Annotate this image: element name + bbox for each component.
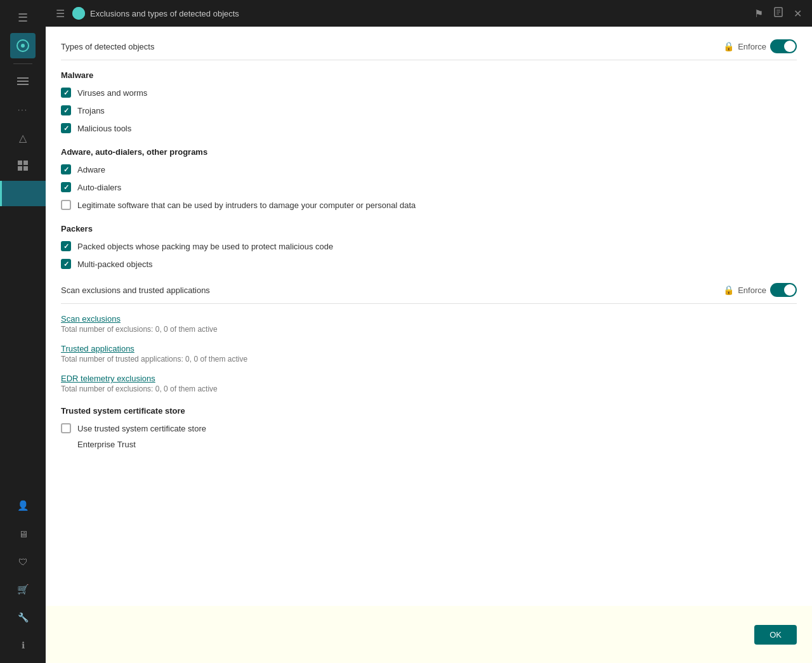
scroll-area: Types of detected objects 🔒 Enforce Malw… [46,27,812,606]
app-icon [72,7,85,20]
adware-section: Adware, auto-dialers, other programs Adw… [61,147,797,211]
wrench-sidebar-icon[interactable]: 🔧 [10,605,36,630]
lock-icon-2: 🔒 [723,285,734,295]
checkbox-viruses: Viruses and worms [61,86,797,99]
svg-rect-7 [18,166,22,171]
sidebar-divider-1 [13,63,32,64]
ok-button[interactable]: OK [754,625,797,645]
checkbox-multi-packed-label: Multi-packed objects [77,259,153,269]
packers-section: Packers Packed objects whose packing may… [61,224,797,270]
checkbox-legitimate-software-input[interactable] [61,200,71,210]
trusted-applications-link-item: Trusted applications Total number of tru… [61,344,797,364]
checkbox-multi-packed: Multi-packed objects [61,258,797,270]
malware-label: Malware [61,70,797,80]
title-bar-actions: ⚑ ✕ [752,4,804,22]
checkbox-legitimate-software: Legitimate software that can be used by … [61,199,797,211]
checkbox-packed-objects: Packed objects whose packing may be used… [61,240,797,253]
edr-telemetry-link-item: EDR telemetry exclusions Total number of… [61,374,797,393]
hamburger-icon[interactable]: ☰ [10,5,36,30]
svg-rect-3 [17,81,29,82]
checkbox-malicious-tools-label: Malicious tools [77,124,131,133]
device-sidebar-icon[interactable]: 🖥 [10,521,36,546]
types-enforce-label: Enforce [738,42,766,51]
checkbox-viruses-input[interactable] [61,88,71,98]
checkbox-trojans-input[interactable] [61,105,71,115]
flag-button[interactable]: ⚑ [752,5,766,22]
scan-exclusions-desc: Total number of exclusions: 0, 0 of them… [61,325,797,334]
adware-label: Adware, auto-dialers, other programs [61,147,797,157]
book-button[interactable] [771,4,786,22]
svg-point-10 [77,11,81,15]
trusted-applications-link[interactable]: Trusted applications [61,344,797,353]
scan-exclusions-link-item: Scan exclusions Total number of exclusio… [61,314,797,334]
checkbox-auto-dialers: Auto-dialers [61,181,797,194]
content-area: Types of detected objects 🔒 Enforce Malw… [46,27,812,663]
menu-button[interactable]: ☰ [53,5,67,22]
footer: OK [46,606,812,663]
checkbox-use-trusted-cert-label: Use trusted system certificate store [77,424,206,433]
svg-rect-2 [17,77,29,79]
lock-icon-1: 🔒 [723,41,734,51]
close-button[interactable]: ✕ [791,5,804,22]
sidebar-bottom: 👤 🖥 🛡 🛒 🔧 ℹ [10,493,36,658]
sidebar: ☰ ··· △ 👤 [0,0,46,663]
checkbox-use-trusted-cert: Use trusted system certificate store [61,422,797,435]
scan-enforce-area: 🔒 Enforce [723,283,797,297]
edr-telemetry-desc: Total number of exclusions: 0, 0 of them… [61,384,797,393]
checkbox-malicious-tools: Malicious tools [61,122,797,135]
svg-point-1 [21,44,25,48]
window-title: Exclusions and types of detected objects [90,9,747,18]
svg-rect-4 [17,84,29,85]
checkbox-trojans-label: Trojans [77,106,105,115]
trusted-cert-label: Trusted system certificate store [61,406,797,416]
types-detected-title: Types of detected objects [61,42,154,51]
dots-icon[interactable]: ··· [10,97,36,122]
grid-icon[interactable] [10,153,36,178]
shield-sidebar-icon[interactable]: 🛡 [10,549,36,574]
scan-exclusions-title: Scan exclusions and trusted applications [61,286,210,295]
user-sidebar-icon[interactable]: 👤 [10,493,36,518]
checkbox-trojans: Trojans [61,104,797,117]
active-section-icon[interactable] [0,181,46,206]
cart-sidebar-icon[interactable]: 🛒 [10,577,36,602]
checkbox-adware: Adware [61,163,797,176]
packers-label: Packers [61,224,797,233]
kaspersky-icon[interactable] [10,33,36,58]
sidebar-top: ☰ ··· △ [0,5,46,206]
scan-enforce-label: Enforce [738,286,766,295]
enterprise-trust-text: Enterprise Trust [77,440,797,449]
checkbox-packed-objects-input[interactable] [61,241,71,251]
svg-rect-8 [23,166,28,171]
svg-rect-5 [18,161,22,165]
warning-icon[interactable]: △ [10,125,36,150]
trusted-applications-desc: Total number of trusted applications: 0,… [61,355,797,364]
types-enforce-toggle[interactable] [770,39,797,53]
main-area: ☰ Exclusions and types of detected objec… [46,0,812,663]
types-detected-header: Types of detected objects 🔒 Enforce [61,39,797,60]
trusted-cert-section: Trusted system certificate store Use tru… [61,406,797,449]
scan-enforce-toggle[interactable] [770,283,797,297]
info-sidebar-icon[interactable]: ℹ [10,633,36,658]
checkbox-multi-packed-input[interactable] [61,259,71,269]
title-bar: ☰ Exclusions and types of detected objec… [46,0,812,27]
scan-exclusions-header: Scan exclusions and trusted applications… [61,283,797,304]
edr-telemetry-link[interactable]: EDR telemetry exclusions [61,374,797,383]
checkbox-adware-input[interactable] [61,164,71,174]
types-enforce-area: 🔒 Enforce [723,39,797,53]
checkbox-adware-label: Adware [77,165,105,174]
svg-rect-6 [23,161,28,165]
scan-exclusions-link[interactable]: Scan exclusions [61,314,797,324]
checkbox-legitimate-software-label: Legitimate software that can be used by … [77,200,416,210]
checkbox-viruses-label: Viruses and worms [77,88,147,98]
checkbox-packed-objects-label: Packed objects whose packing may be used… [77,242,333,251]
checkbox-malicious-tools-input[interactable] [61,123,71,133]
checkbox-auto-dialers-input[interactable] [61,182,71,192]
list-icon[interactable] [10,69,36,95]
checkbox-use-trusted-cert-input[interactable] [61,423,71,433]
checkbox-auto-dialers-label: Auto-dialers [77,183,121,192]
